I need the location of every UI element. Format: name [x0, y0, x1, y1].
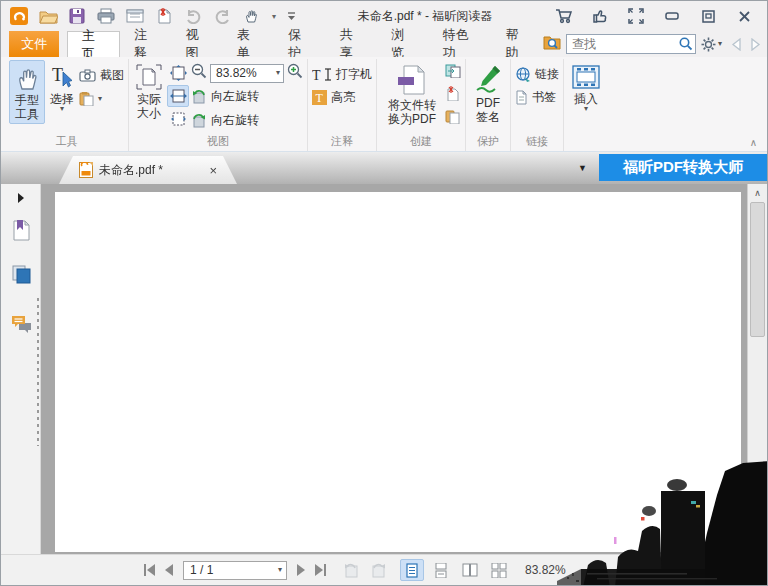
- zoom-out-icon[interactable]: [191, 63, 207, 83]
- collapse-ribbon-icon[interactable]: ∧: [750, 137, 757, 148]
- previous-page-button[interactable]: [165, 564, 173, 576]
- pdf-sign-button[interactable]: PDF 签名: [470, 60, 506, 126]
- link-button[interactable]: 链接: [515, 63, 559, 86]
- tab-help[interactable]: 帮助: [492, 31, 543, 57]
- maximize-button[interactable]: [697, 5, 719, 27]
- document-view: ∧: [41, 184, 767, 554]
- next-view-icon[interactable]: [369, 563, 388, 578]
- rotate-right-icon: [191, 113, 207, 128]
- highlight-button[interactable]: T 高亮: [312, 86, 372, 109]
- convert-to-pdf-button[interactable]: 将文件转换为PDF: [381, 60, 443, 128]
- zoom-in-icon[interactable]: [287, 63, 303, 83]
- clipboard-button[interactable]: ▾: [79, 87, 124, 110]
- tab-home[interactable]: 主页: [67, 31, 120, 57]
- bookmark-page-icon: [515, 90, 528, 105]
- snapshot-button[interactable]: 截图: [79, 64, 124, 87]
- comments-panel-icon[interactable]: [9, 312, 33, 336]
- search-options-dropdown[interactable]: ▾: [718, 41, 722, 47]
- ribbon-tab-row: 文件 主页 注释 视图 表单 保护 共享 浏览 特色功 帮助 ▾: [1, 31, 767, 57]
- continuous-layout-icon[interactable]: [429, 559, 453, 581]
- hand-tool-button[interactable]: 手型工具: [9, 60, 45, 124]
- vertical-scrollbar[interactable]: ∧: [747, 184, 767, 554]
- file-menu-button[interactable]: 文件: [9, 31, 59, 57]
- actual-size-button[interactable]: 实际大小: [133, 60, 165, 122]
- full-search-icon[interactable]: [543, 35, 561, 54]
- email-icon[interactable]: [123, 5, 147, 27]
- single-page-layout-icon[interactable]: [400, 559, 424, 581]
- typewriter-button[interactable]: T 打字机: [312, 63, 372, 86]
- customize-qat-dropdown[interactable]: [285, 5, 297, 27]
- find-previous-icon[interactable]: [731, 38, 742, 51]
- hand-mode-icon[interactable]: [239, 5, 263, 27]
- next-page-button[interactable]: [297, 564, 305, 576]
- close-tab-icon[interactable]: ×: [209, 163, 217, 178]
- close-button[interactable]: [733, 5, 755, 27]
- ribbon-group-create: 将文件转换为PDF 创建: [377, 59, 466, 151]
- svg-text:T: T: [316, 91, 324, 105]
- group-label-comment: 注释: [312, 133, 372, 151]
- insert-button[interactable]: 插入 ▾: [568, 60, 604, 114]
- document-tab[interactable]: 未命名.pdf * ×: [59, 156, 237, 184]
- facing-layout-icon[interactable]: [458, 559, 482, 581]
- pdf-sign-label: PDF 签名: [473, 96, 503, 124]
- foxit-reader-window: ▾ 未命名.pdf * - 福昕阅读器: [0, 0, 768, 586]
- tab-share[interactable]: 共享: [326, 31, 377, 57]
- tab-list-dropdown-icon[interactable]: ▼: [578, 163, 587, 173]
- scroll-up-icon[interactable]: ∧: [748, 184, 767, 201]
- blank-pdf-icon[interactable]: [445, 86, 461, 105]
- undo-icon[interactable]: [181, 5, 205, 27]
- pdf-page[interactable]: [55, 192, 741, 552]
- search-magnifier-icon[interactable]: [679, 37, 693, 55]
- tab-features[interactable]: 特色功: [428, 31, 491, 57]
- rotate-right-button[interactable]: 向右旋转: [191, 109, 303, 132]
- sidebar-resize-grip[interactable]: [36, 296, 40, 446]
- from-clipboard-icon[interactable]: [445, 109, 461, 128]
- last-page-button[interactable]: [315, 564, 326, 576]
- open-file-icon[interactable]: [36, 5, 60, 27]
- continuous-facing-layout-icon[interactable]: [487, 559, 511, 581]
- tab-protect[interactable]: 保护: [274, 31, 325, 57]
- tab-view[interactable]: 视图: [171, 31, 222, 57]
- find-navigation: [731, 38, 761, 51]
- page-number-combo[interactable]: 1 / 1 ▾: [183, 561, 287, 580]
- tab-browse[interactable]: 浏览: [377, 31, 428, 57]
- title-bar: ▾ 未命名.pdf * - 福昕阅读器: [1, 1, 767, 31]
- previous-view-icon[interactable]: [342, 563, 361, 578]
- pdf-sign-icon: [473, 64, 503, 94]
- pdf-converter-promo-button[interactable]: 福昕PDF转换大师: [599, 154, 767, 181]
- fullscreen-icon[interactable]: [625, 5, 647, 27]
- tab-comment[interactable]: 注释: [120, 31, 171, 57]
- search-options-button[interactable]: ▾: [701, 37, 722, 52]
- pages-panel-icon[interactable]: [9, 262, 33, 286]
- tab-form[interactable]: 表单: [223, 31, 274, 57]
- pdf-file-icon: [79, 162, 93, 178]
- expand-panel-icon[interactable]: [9, 186, 33, 210]
- zoom-level-value: 83.82%: [216, 66, 257, 80]
- ribbon-group-comment: T 打字机 T 高亮 注释: [308, 59, 377, 151]
- first-page-button[interactable]: [144, 564, 155, 576]
- select-tool-button[interactable]: T 选择 ▾: [47, 60, 77, 114]
- scrollbar-thumb[interactable]: [750, 202, 765, 337]
- redo-icon[interactable]: [210, 5, 234, 27]
- foxit-logo-icon[interactable]: [7, 5, 31, 27]
- view-history: [342, 563, 388, 578]
- find-next-icon[interactable]: [750, 38, 761, 51]
- search-input[interactable]: [566, 34, 696, 54]
- fit-page-icon[interactable]: [167, 62, 189, 84]
- rotate-left-button[interactable]: 向左旋转: [191, 85, 303, 108]
- zoom-level-combo[interactable]: 83.82% ▾: [210, 64, 284, 83]
- status-bar: 1 / 1 ▾ 83.82%: [1, 554, 767, 585]
- fit-width-icon[interactable]: [167, 85, 189, 107]
- create-pdf-icon[interactable]: [152, 5, 176, 27]
- convert-to-pdf-icon: [396, 64, 428, 96]
- save-icon[interactable]: [65, 5, 89, 27]
- cart-icon[interactable]: [553, 5, 575, 27]
- print-icon[interactable]: [94, 5, 118, 27]
- minimize-button[interactable]: [661, 5, 683, 27]
- hand-mode-dropdown[interactable]: ▾: [268, 5, 280, 27]
- thumbs-up-icon[interactable]: [589, 5, 611, 27]
- from-scanner-icon[interactable]: [445, 64, 461, 82]
- bookmarks-panel-icon[interactable]: [9, 218, 33, 242]
- fit-visible-icon[interactable]: [167, 108, 189, 130]
- bookmark-button[interactable]: 书签: [515, 86, 559, 109]
